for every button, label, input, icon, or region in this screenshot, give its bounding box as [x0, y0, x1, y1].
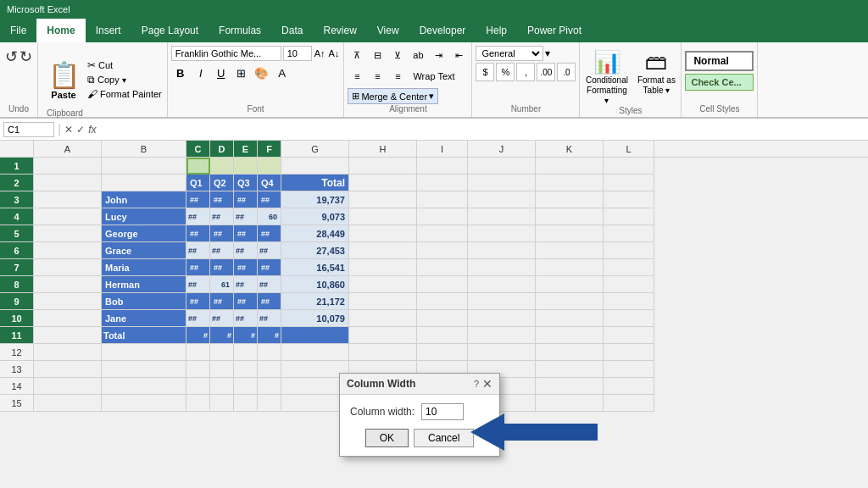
cell-g9[interactable]: 21,172	[281, 293, 349, 310]
cell-j9[interactable]	[468, 293, 536, 310]
cancel-formula-icon[interactable]: ✕	[64, 124, 73, 136]
cell-f14[interactable]	[258, 378, 281, 395]
cell-f12[interactable]	[258, 344, 281, 361]
cell-f1[interactable]	[258, 158, 281, 175]
cell-e7[interactable]: ##	[234, 259, 258, 276]
cell-a5[interactable]	[34, 225, 102, 242]
align-bottom-button[interactable]: ⊻	[388, 46, 407, 64]
cell-f2[interactable]: Q4	[258, 175, 281, 191]
cell-b6[interactable]: Grace	[102, 242, 186, 259]
comma-button[interactable]: ,	[516, 63, 535, 81]
cell-c3[interactable]: ##	[186, 191, 210, 208]
cell-c4[interactable]: ##	[186, 208, 210, 225]
cell-j10[interactable]	[468, 310, 536, 327]
tab-help[interactable]: Help	[476, 19, 517, 42]
cell-i6[interactable]	[417, 242, 468, 259]
row-header-7[interactable]: 7	[0, 259, 34, 276]
cell-b8[interactable]: Herman	[102, 276, 186, 293]
row-header-6[interactable]: 6	[0, 242, 34, 259]
tab-developer[interactable]: Developer	[409, 19, 476, 42]
cell-i10[interactable]	[417, 310, 468, 327]
cell-f8[interactable]: ##	[258, 276, 281, 293]
col-header-k[interactable]: K	[536, 141, 604, 157]
increase-font-button[interactable]: A↑	[314, 46, 326, 61]
cell-c14[interactable]	[186, 378, 210, 395]
cell-a4[interactable]	[34, 208, 102, 225]
cell-e10[interactable]: ##	[234, 310, 258, 327]
name-box[interactable]	[3, 122, 54, 137]
cell-d7[interactable]: ##	[210, 259, 234, 276]
fill-color-button[interactable]: 🎨	[253, 64, 271, 82]
row-header-9[interactable]: 9	[0, 293, 34, 310]
cell-k5[interactable]	[536, 225, 604, 242]
cell-k14[interactable]	[536, 378, 604, 395]
format-as-table-button[interactable]: 🗃 Format asTable ▾	[635, 49, 677, 96]
align-top-button[interactable]: ⊼	[348, 46, 366, 64]
tab-review[interactable]: Review	[313, 19, 366, 42]
cell-k4[interactable]	[536, 208, 604, 225]
row-header-2[interactable]: 2	[0, 175, 34, 191]
cell-f9[interactable]: ##	[258, 293, 281, 310]
cell-j1[interactable]	[468, 158, 536, 175]
cell-i12[interactable]	[417, 344, 468, 361]
cell-d5[interactable]: ##	[210, 225, 234, 242]
cell-c5[interactable]: ##	[186, 225, 210, 242]
cell-i7[interactable]	[417, 259, 468, 276]
cut-button[interactable]: ✂ Cut	[87, 59, 162, 71]
row-header-15[interactable]: 15	[0, 395, 34, 412]
cell-k13[interactable]	[536, 361, 604, 378]
tab-page-layout[interactable]: Page Layout	[131, 19, 209, 42]
cell-c10[interactable]: ##	[186, 310, 210, 327]
cell-c8[interactable]: ##	[186, 276, 210, 293]
cell-h8[interactable]	[349, 276, 417, 293]
cell-l3[interactable]	[604, 191, 654, 208]
cell-b1[interactable]	[102, 158, 186, 175]
col-header-d[interactable]: D	[210, 141, 234, 157]
cell-k1[interactable]	[536, 158, 604, 175]
cell-l10[interactable]	[604, 310, 654, 327]
cell-e2[interactable]: Q3	[234, 175, 258, 191]
cell-d2[interactable]: Q2	[210, 175, 234, 191]
cell-e6[interactable]: ##	[234, 242, 258, 259]
col-header-a[interactable]: A	[34, 141, 102, 157]
number-format-select[interactable]: General	[476, 46, 543, 61]
cell-l15[interactable]	[604, 395, 654, 412]
cell-c12[interactable]	[186, 344, 210, 361]
cell-f10[interactable]: ##	[258, 310, 281, 327]
cell-j7[interactable]	[468, 259, 536, 276]
col-header-f[interactable]: F	[258, 141, 281, 157]
cell-i1[interactable]	[417, 158, 468, 175]
cell-e13[interactable]	[234, 361, 258, 378]
confirm-formula-icon[interactable]: ✓	[76, 124, 85, 136]
cell-b10[interactable]: Jane	[102, 310, 186, 327]
col-header-c[interactable]: C	[186, 141, 210, 157]
merge-center-button[interactable]: ⊞ Merge & Center ▾	[348, 88, 438, 104]
cell-e4[interactable]: ##	[234, 208, 258, 225]
cell-b5[interactable]: George	[102, 225, 186, 242]
normal-style-button[interactable]: Normal	[685, 51, 754, 71]
cell-l5[interactable]	[604, 225, 654, 242]
cell-f15[interactable]	[258, 395, 281, 412]
cell-g3[interactable]: 19,737	[281, 191, 349, 208]
cell-h12[interactable]	[349, 344, 417, 361]
row-header-4[interactable]: 4	[0, 208, 34, 225]
cell-b12[interactable]	[102, 344, 186, 361]
align-center-button[interactable]: ≡	[368, 67, 387, 86]
cell-i3[interactable]	[417, 191, 468, 208]
row-header-3[interactable]: 3	[0, 191, 34, 208]
cell-e8[interactable]: ##	[234, 276, 258, 293]
cell-e11[interactable]: #	[234, 327, 258, 344]
cell-g1[interactable]	[281, 158, 349, 175]
cell-h4[interactable]	[349, 208, 417, 225]
cell-a6[interactable]	[34, 242, 102, 259]
cell-b2[interactable]	[102, 175, 186, 191]
cell-k11[interactable]	[536, 327, 604, 344]
cell-b4[interactable]: Lucy	[102, 208, 186, 225]
dialog-close-button[interactable]: ✕	[482, 377, 492, 391]
cell-e5[interactable]: ##	[234, 225, 258, 242]
cell-a15[interactable]	[34, 395, 102, 412]
cell-a9[interactable]	[34, 293, 102, 310]
cell-j5[interactable]	[468, 225, 536, 242]
cell-h3[interactable]	[349, 191, 417, 208]
cell-a14[interactable]	[34, 378, 102, 395]
